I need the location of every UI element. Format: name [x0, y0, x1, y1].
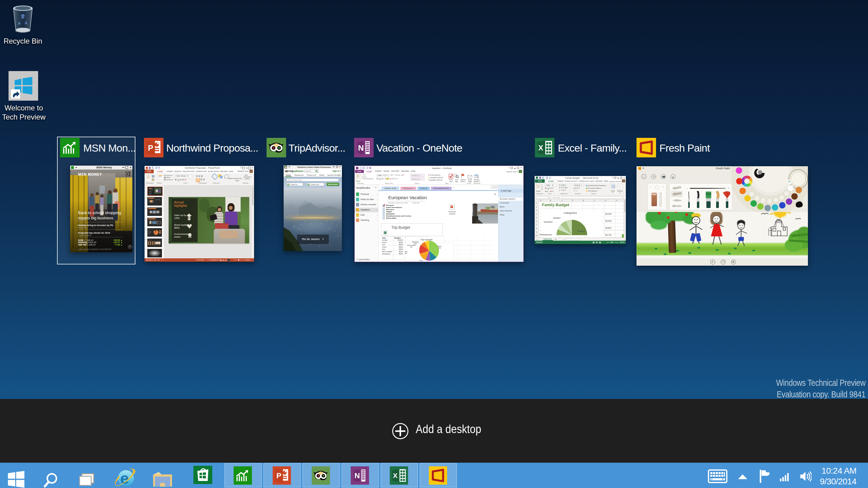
svg-text:X: X	[538, 144, 543, 152]
svg-text:N: N	[358, 143, 364, 152]
svg-text:P: P	[276, 471, 281, 480]
svg-text:N: N	[354, 471, 360, 480]
svg-text:P: P	[148, 143, 153, 152]
svg-text:$: $	[188, 216, 190, 220]
svg-text:X: X	[393, 472, 397, 480]
